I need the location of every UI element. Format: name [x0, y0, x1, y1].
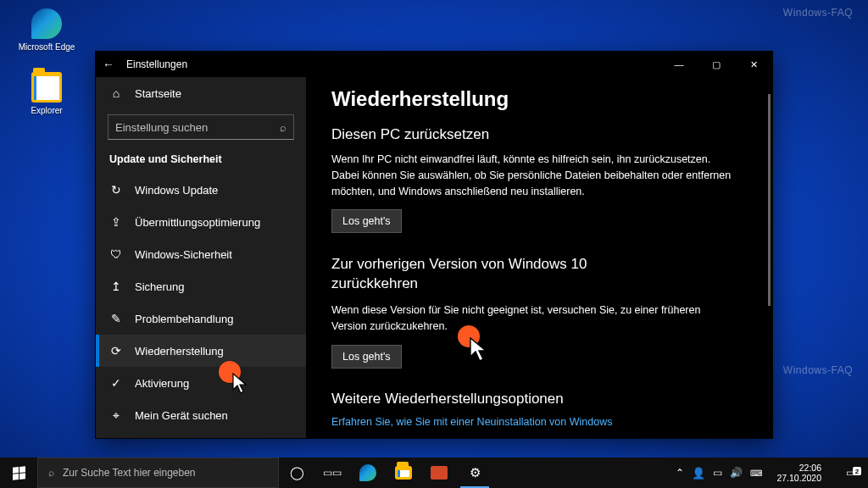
sidebar-item-label: Windows-Sicherheit [135, 248, 232, 261]
tray-chevron-icon[interactable]: ⌃ [676, 467, 684, 479]
watermark: Windows-FAQ [783, 7, 853, 19]
titlebar: ← Einstellungen — ▢ ✕ [96, 52, 772, 77]
taskbar-app-edge[interactable] [350, 458, 386, 488]
search-icon: ⌕ [280, 121, 287, 134]
desktop-icon-explorer[interactable]: Explorer [17, 72, 76, 115]
volume-icon[interactable]: 🔊 [730, 467, 743, 479]
shield-icon: 🛡 [109, 247, 123, 261]
action-center-button[interactable]: ▭ 2 [836, 467, 865, 479]
refresh-icon: ↻ [109, 183, 123, 197]
upload-icon: ⇪ [109, 215, 123, 229]
system-tray: ⌃ 👤 ▭ 🔊 ⌨ 22:06 27.10.2020 ▭ 2 [672, 458, 868, 488]
section-title-reset: Diesen PC zurücksetzen [331, 126, 742, 143]
edge-icon [31, 8, 62, 39]
people-icon[interactable]: 👤 [692, 467, 705, 480]
home-icon: ⌂ [109, 86, 123, 100]
windows-icon [13, 466, 25, 480]
window-title: Einstellungen [121, 58, 660, 70]
recovery-icon: ⟳ [109, 344, 123, 358]
sidebar-item-label: Windows Update [135, 184, 218, 197]
sidebar-item-windows-update[interactable]: ↻ Windows Update [96, 174, 306, 206]
maximize-button[interactable]: ▢ [698, 52, 735, 77]
network-icon[interactable]: ▭ [713, 467, 722, 479]
desktop-icon-edge[interactable]: Microsoft Edge [17, 8, 76, 52]
sidebar-item-find-my-device[interactable]: ⌖ Mein Gerät suchen [96, 399, 306, 431]
close-button[interactable]: ✕ [735, 52, 772, 77]
sidebar-item-backup[interactable]: ↥ Sicherung [96, 270, 306, 302]
minimize-button[interactable]: — [660, 52, 698, 77]
reset-pc-button[interactable]: Los geht's [331, 209, 402, 233]
back-button[interactable]: ← [96, 58, 121, 71]
cortana-button[interactable]: ◯ [279, 458, 314, 488]
taskbar-search-placeholder: Zur Suche Text hier eingeben [63, 467, 196, 479]
sidebar-item-label: Wiederherstellung [135, 345, 224, 358]
explorer-icon [31, 72, 62, 103]
sidebar-item-label: Mein Gerät suchen [135, 409, 228, 422]
circle-icon: ◯ [290, 465, 304, 480]
backup-icon: ↥ [109, 280, 123, 293]
search-icon: ⌕ [48, 467, 54, 479]
sidebar-item-label: Aktivierung [135, 377, 189, 390]
clock-time: 22:06 [776, 463, 821, 473]
sidebar-item-delivery-optimization[interactable]: ⇪ Übermittlungsoptimierung [96, 206, 306, 238]
sidebar: ⌂ Startseite Einstellung suchen ⌕ Update… [96, 77, 306, 438]
sidebar-item-label: Sicherung [135, 280, 185, 293]
search-placeholder: Einstellung suchen [115, 121, 280, 134]
gear-icon: ⚙ [470, 465, 481, 480]
section-title-more: Weitere Wiederherstellungsoptionen [331, 391, 742, 408]
language-indicator[interactable]: ⌨ [750, 469, 762, 478]
desktop-icon-label: Microsoft Edge [17, 42, 76, 52]
taskbar-app-generic[interactable] [421, 458, 457, 488]
taskbar: ⌕ Zur Suche Text hier eingeben ◯ ▭▭ ⚙ ⌃ … [0, 458, 868, 488]
search-input[interactable]: Einstellung suchen ⌕ [108, 114, 294, 140]
sidebar-item-windows-security[interactable]: 🛡 Windows-Sicherheit [96, 238, 306, 270]
edge-icon [359, 464, 376, 481]
sidebar-item-recovery[interactable]: ⟳ Wiederherstellung [96, 335, 306, 367]
section-title-goback: Zur vorherigen Version von Windows 10 zu… [331, 255, 654, 294]
locate-icon: ⌖ [109, 408, 123, 422]
check-icon: ✓ [109, 376, 123, 390]
more-recovery-link[interactable]: Erfahren Sie, wie Sie mit einer Neuinsta… [331, 416, 742, 428]
annotation-highlight [458, 325, 480, 347]
sidebar-item-troubleshoot[interactable]: ✎ Problembehandlung [96, 302, 306, 335]
section-body-reset: Wenn Ihr PC nicht einwandfrei läuft, kön… [331, 152, 738, 199]
taskbar-app-settings[interactable]: ⚙ [457, 458, 492, 488]
sidebar-item-label: Übermittlungsoptimierung [135, 216, 260, 229]
desktop-icon-label: Explorer [17, 106, 76, 115]
explorer-icon [395, 466, 412, 480]
task-view-button[interactable]: ▭▭ [314, 458, 350, 488]
clock-date: 27.10.2020 [776, 473, 821, 483]
sidebar-home-label: Startseite [135, 87, 181, 100]
taskview-icon: ▭▭ [323, 467, 342, 479]
sidebar-item-label: Problembehandlung [135, 313, 233, 325]
watermark: Windows-FAQ [783, 364, 853, 376]
sidebar-section-title: Update und Sicherheit [96, 143, 306, 174]
start-button[interactable] [0, 458, 37, 488]
annotation-highlight [219, 361, 241, 383]
sidebar-home[interactable]: ⌂ Startseite [96, 77, 306, 109]
clock[interactable]: 22:06 27.10.2020 [770, 463, 828, 483]
app-icon [431, 466, 448, 480]
section-body-goback: Wenn diese Version für Sie nicht geeigne… [331, 302, 738, 335]
taskbar-search-input[interactable]: ⌕ Zur Suche Text hier eingeben [37, 458, 279, 488]
notification-badge: 2 [853, 467, 861, 475]
wrench-icon: ✎ [109, 312, 123, 325]
content-pane: Wiederherstellung Diesen PC zurücksetzen… [306, 77, 772, 438]
sidebar-item-activation[interactable]: ✓ Aktivierung [96, 367, 306, 399]
go-back-button[interactable]: Los geht's [331, 345, 402, 369]
page-title: Wiederherstellung [331, 87, 742, 111]
scrollbar[interactable] [768, 94, 771, 306]
settings-window: ← Einstellungen — ▢ ✕ ⌂ Startseite Einst… [95, 51, 773, 439]
taskbar-app-explorer[interactable] [386, 458, 421, 488]
